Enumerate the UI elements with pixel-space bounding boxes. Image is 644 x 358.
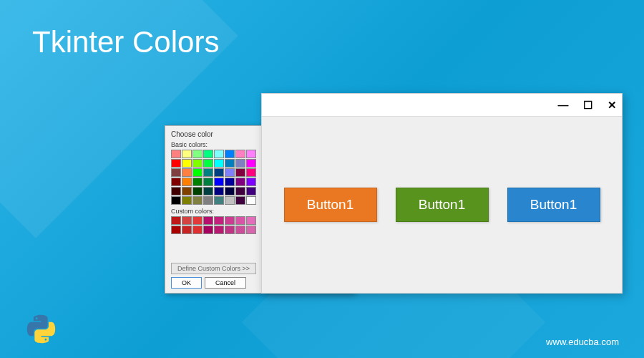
color-swatch[interactable] — [182, 196, 192, 205]
color-swatch[interactable] — [235, 187, 245, 195]
color-swatch[interactable] — [214, 168, 224, 177]
color-swatch[interactable] — [225, 178, 235, 186]
color-swatch[interactable] — [171, 150, 181, 158]
color-swatch[interactable] — [214, 187, 224, 195]
button1-blue[interactable]: Button1 — [507, 188, 600, 222]
color-swatch[interactable] — [182, 159, 192, 168]
color-swatch[interactable] — [235, 159, 245, 168]
color-swatch[interactable] — [225, 187, 235, 195]
color-swatch[interactable] — [171, 216, 181, 225]
color-swatch[interactable] — [235, 150, 245, 158]
color-swatch[interactable] — [203, 187, 213, 195]
color-swatch[interactable] — [171, 178, 181, 186]
color-swatch[interactable] — [192, 178, 203, 186]
color-swatch[interactable] — [214, 159, 224, 168]
color-swatch[interactable] — [246, 178, 256, 186]
color-swatch[interactable] — [246, 226, 256, 234]
color-swatch[interactable] — [203, 178, 213, 186]
color-swatch[interactable] — [225, 226, 235, 234]
maximize-icon[interactable]: ☐ — [582, 100, 593, 111]
define-custom-colors-button[interactable]: Define Custom Colors >> — [171, 263, 256, 274]
color-swatch[interactable] — [182, 226, 192, 234]
color-swatch[interactable] — [235, 226, 245, 234]
color-swatch[interactable] — [192, 226, 203, 234]
color-swatch[interactable] — [182, 168, 192, 177]
color-swatch[interactable] — [203, 216, 213, 225]
color-swatch[interactable] — [246, 196, 256, 205]
color-swatch[interactable] — [192, 150, 203, 158]
color-swatch[interactable] — [246, 187, 256, 195]
color-swatch[interactable] — [203, 159, 213, 168]
window-titlebar: — ☐ ✕ — [262, 94, 622, 117]
color-swatch[interactable] — [246, 216, 256, 225]
color-swatch[interactable] — [192, 168, 203, 177]
color-swatch[interactable] — [214, 150, 224, 158]
color-swatch[interactable] — [235, 168, 245, 177]
page-title: Tkinter Colors — [32, 25, 219, 59]
color-swatch[interactable] — [203, 150, 213, 158]
color-swatch[interactable] — [246, 150, 256, 158]
cancel-button[interactable]: Cancel — [205, 277, 246, 289]
color-swatch[interactable] — [203, 196, 213, 205]
color-swatch[interactable] — [203, 168, 213, 177]
color-swatch[interactable] — [203, 226, 213, 234]
color-swatch[interactable] — [225, 168, 235, 177]
color-swatch[interactable] — [214, 226, 224, 234]
color-swatch[interactable] — [235, 216, 245, 225]
color-swatch[interactable] — [182, 178, 192, 186]
color-swatch[interactable] — [182, 150, 192, 158]
color-swatch[interactable] — [225, 159, 235, 168]
website-url: www.educba.com — [546, 337, 619, 347]
minimize-icon[interactable]: — — [557, 100, 569, 111]
color-swatch[interactable] — [235, 196, 245, 205]
ok-button[interactable]: OK — [171, 277, 202, 289]
color-swatch[interactable] — [182, 216, 192, 225]
color-swatch[interactable] — [182, 187, 192, 195]
color-swatch[interactable] — [171, 226, 181, 234]
window-body: Button1 Button1 Button1 — [262, 117, 622, 293]
color-swatch[interactable] — [192, 196, 203, 205]
color-swatch[interactable] — [192, 216, 203, 225]
color-swatch[interactable] — [225, 150, 235, 158]
color-swatch[interactable] — [214, 178, 224, 186]
color-swatch[interactable] — [225, 216, 235, 225]
tkinter-main-window: — ☐ ✕ Button1 Button1 Button1 — [261, 93, 623, 294]
color-swatch[interactable] — [171, 187, 181, 195]
python-logo-icon — [25, 313, 57, 345]
color-swatch[interactable] — [214, 196, 224, 205]
color-swatch[interactable] — [225, 196, 235, 205]
button1-orange[interactable]: Button1 — [284, 188, 377, 222]
color-swatch[interactable] — [214, 216, 224, 225]
color-swatch[interactable] — [192, 159, 203, 168]
color-swatch[interactable] — [171, 168, 181, 177]
color-swatch[interactable] — [235, 178, 245, 186]
color-swatch[interactable] — [171, 196, 181, 205]
button1-green[interactable]: Button1 — [396, 188, 489, 222]
close-icon[interactable]: ✕ — [606, 100, 618, 111]
color-swatch[interactable] — [246, 159, 256, 168]
color-swatch[interactable] — [171, 159, 181, 168]
color-swatch[interactable] — [192, 187, 203, 195]
color-swatch[interactable] — [246, 168, 256, 177]
